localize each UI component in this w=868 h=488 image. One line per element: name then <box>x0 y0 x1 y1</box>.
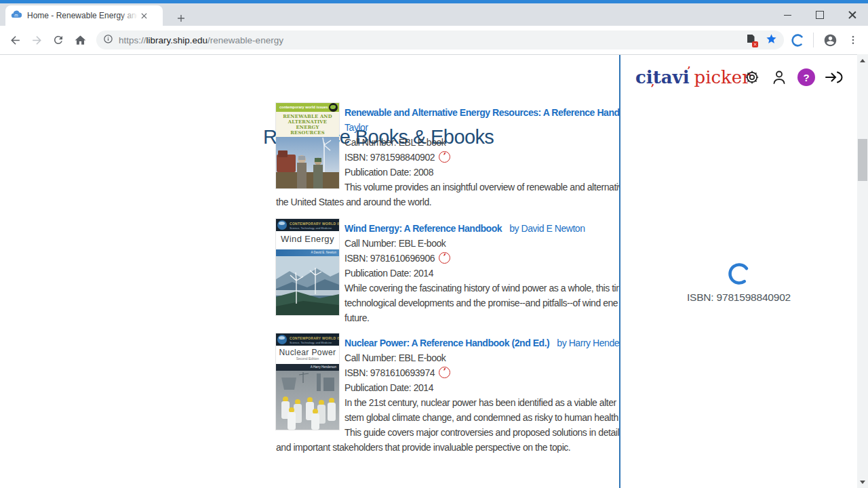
description-line: the United States and around the world. <box>276 195 431 208</box>
book-title-link[interactable]: Nuclear Power: A Reference Handbook (2nd… <box>344 338 549 348</box>
url-scheme: https:// <box>119 35 146 45</box>
profile-avatar-icon[interactable] <box>822 32 838 48</box>
cover-title: Nuclear Power <box>276 346 339 357</box>
isbn-row: ISBN: 9781598840902 ’ <box>344 150 450 163</box>
tab-close-icon[interactable] <box>138 10 149 21</box>
logo-citavi: citavi,’ <box>635 67 690 87</box>
book-title-row: Nuclear Power: A Reference Handbook (2nd… <box>344 336 637 349</box>
picker-status-isbn: ISBN: 9781598840902 <box>620 291 857 304</box>
site-favicon-cloud-icon <box>11 9 22 22</box>
citavi-extension-spinner-icon[interactable] <box>789 32 806 48</box>
scrollbar-thumb[interactable] <box>858 139 867 181</box>
cover-series-sub: Science, Technology, and Medicine <box>290 226 332 230</box>
book-cover-nuclear-power[interactable]: CONTEMPORARY WORLD ISSUES Science, Techn… <box>276 333 339 430</box>
url-bar[interactable]: https://library.ship.edu/renewable-energ… <box>96 30 784 49</box>
book-title-link[interactable]: Wind Energy: A Reference Handbook <box>344 223 502 234</box>
url-domain: library.ship.edu <box>146 35 208 45</box>
publication-date: Publication Date: 2014 <box>344 266 433 279</box>
cover-title: Wind Energy <box>276 231 339 244</box>
book-author-link[interactable]: Taylor <box>344 122 368 133</box>
back-button[interactable] <box>7 32 23 48</box>
browser-menu-icon[interactable] <box>845 32 861 48</box>
book-byline-row: Taylor <box>344 121 368 134</box>
isbn-row: ISBN: 9781610696906 ’ <box>344 251 450 264</box>
cover-photo <box>276 137 339 188</box>
book-cover-wind-energy[interactable]: CONTEMPORARY WORLD ISSUES Science, Techn… <box>276 219 339 315</box>
cover-title-line: ALTERNATIVE ENERGY <box>276 119 339 130</box>
logo-red-apostrophe: ’ <box>687 64 690 77</box>
scroll-up-arrow[interactable] <box>857 56 868 65</box>
cover-author-strip: A Harry Henderson <box>311 365 336 369</box>
book-cover-renewable[interactable]: contemporary world issues RENEWABLE AND … <box>276 103 339 188</box>
window-maximize-button[interactable] <box>808 5 831 24</box>
url-text: https://library.ship.edu/renewable-energ… <box>119 35 283 45</box>
cover-title-line: RESOURCES <box>276 130 339 136</box>
description-line: stem global climate change, and condemne… <box>344 411 618 424</box>
citavi-picker-panel: citavi,’picker ? ISBN: 978159884090 <box>619 55 857 488</box>
book-title-link[interactable]: Renewable and Alternative Energy Resourc… <box>344 107 641 118</box>
description-line: While covering the fascinating history o… <box>344 281 623 294</box>
help-icon[interactable]: ? <box>797 68 815 86</box>
description-line: This volume provides an insightful overv… <box>344 180 623 193</box>
sign-in-arrow-icon[interactable] <box>824 68 844 86</box>
browser-toolbar: https://library.ship.edu/renewable-energ… <box>0 26 868 55</box>
cover-photo <box>276 256 339 315</box>
publication-date: Publication Date: 2014 <box>344 381 433 394</box>
tab-title-fade <box>119 5 138 26</box>
book-author-link[interactable]: by David E Newton <box>509 223 585 234</box>
cover-series-sub: Science, Technology, and Medicine <box>290 341 332 344</box>
new-tab-button[interactable] <box>172 10 190 26</box>
page-info-icon[interactable] <box>103 34 113 47</box>
window-close-button[interactable] <box>841 5 864 24</box>
cover-author-strip: A David E. Newton <box>311 251 336 254</box>
call-number: Call Number: EBL E-book <box>344 237 446 249</box>
call-number: Call Number: EBL E-book <box>344 351 446 364</box>
home-button[interactable] <box>72 32 88 48</box>
citavi-pick-icon[interactable]: ’ <box>439 367 450 378</box>
citavi-pick-icon[interactable]: ’ <box>439 252 450 264</box>
description-line: In the 21st century, nuclear power has b… <box>344 396 616 409</box>
toolbar-divider <box>813 33 814 47</box>
bookmark-star-icon[interactable] <box>766 33 777 47</box>
call-number: Call Number: EBL E-book <box>344 136 446 148</box>
book-title-row: Wind Energy: A Reference Handbookby Davi… <box>344 222 585 235</box>
cover-photo <box>276 371 339 430</box>
help-question-mark: ? <box>803 72 809 83</box>
isbn-value: ISBN: 9781598840902 <box>344 152 435 163</box>
logo-picker: picker <box>694 67 751 87</box>
globe-icon <box>277 220 287 230</box>
reload-button[interactable] <box>50 32 66 48</box>
description-line: and important stakeholders that provide … <box>276 441 570 453</box>
account-person-icon[interactable] <box>770 68 788 86</box>
browser-tab[interactable]: Home - Renewable Energy and E <box>5 5 163 26</box>
scroll-down-arrow[interactable] <box>857 477 868 487</box>
url-path: /renewable-energy <box>208 35 283 45</box>
cover-title-line: RENEWABLE AND <box>276 112 339 119</box>
publication-date: Publication Date: 2008 <box>344 165 433 178</box>
blocked-extension-icon[interactable] <box>745 33 756 47</box>
description-line: technological developments and the promi… <box>344 296 618 309</box>
window-minimize-button[interactable] <box>776 5 799 24</box>
cover-series-label: CONTEMPORARY WORLD ISSUES <box>290 336 339 340</box>
browser-window: Home - Renewable Energy and E <box>0 0 868 488</box>
loading-spinner <box>728 262 751 288</box>
settings-gear-icon[interactable] <box>743 68 761 86</box>
forward-button[interactable] <box>28 32 45 48</box>
globe-icon <box>329 103 338 112</box>
tab-bar: Home - Renewable Energy and E <box>0 3 868 26</box>
globe-icon <box>277 335 287 344</box>
book-title-row: Renewable and Alternative Energy Resourc… <box>344 106 641 119</box>
cover-series-label: CONTEMPORARY WORLD ISSUES <box>290 222 339 226</box>
logo-red-comma: , <box>651 76 654 88</box>
citavi-pick-icon[interactable]: ’ <box>439 151 450 163</box>
isbn-value: ISBN: 9781610696906 <box>344 253 435 264</box>
description-line: This guide covers major controversies an… <box>344 426 619 439</box>
isbn-row: ISBN: 9781610693974 ’ <box>344 366 450 379</box>
scrollbar[interactable] <box>857 54 868 488</box>
citavi-picker-logo: citavi,’picker <box>635 67 751 87</box>
isbn-value: ISBN: 9781610693974 <box>344 367 435 378</box>
description-line: future. <box>344 311 370 324</box>
